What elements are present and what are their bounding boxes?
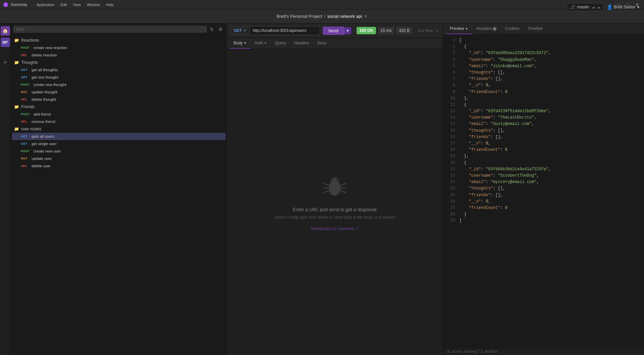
folder-friends[interactable]: 📁Friends: [11, 103, 227, 110]
sort-button[interactable]: ⇅: [208, 26, 215, 33]
home-icon-btn[interactable]: 🏠: [1, 26, 10, 36]
branch-name: master: [577, 5, 589, 9]
route-gets-all-users[interactable]: GETgets all users: [12, 133, 225, 140]
line-number: 28: [447, 211, 455, 218]
menu-bar: Application Edit View Window Help: [34, 2, 116, 7]
route-name: get one thought: [32, 75, 58, 79]
line-number: 2: [447, 44, 455, 50]
menu-edit[interactable]: Edit: [58, 2, 70, 7]
tab-dropdown-icon: ▼: [465, 27, 468, 31]
menu-view[interactable]: View: [70, 2, 84, 7]
method-badge: DEL: [19, 164, 29, 168]
send-dropdown-button[interactable]: ▼: [344, 27, 352, 34]
top-bar: Brett's Personal Project / social networ…: [0, 9, 644, 24]
tab-docs[interactable]: Docs: [313, 38, 330, 49]
folder-icon: 📁: [14, 60, 19, 65]
folder-icon: 📁: [14, 38, 19, 43]
route-name: create new user: [34, 149, 61, 153]
status-badges: 200 OK 15 ms 422 B: [357, 27, 412, 34]
resp-tab-timeline[interactable]: Timeline: [524, 24, 547, 34]
user-avatar-btn[interactable]: BP: [1, 38, 10, 47]
filter-input[interactable]: [13, 26, 207, 33]
cloud-icon-1: ☁: [591, 5, 595, 9]
route-get-all-thoughts[interactable]: GETget all thoughts: [12, 66, 225, 74]
menu-help[interactable]: Help: [103, 2, 116, 7]
method-label: GET: [234, 28, 242, 33]
url-input[interactable]: [250, 26, 320, 35]
folder-user-routes[interactable]: 📁user routes: [11, 125, 227, 133]
json-viewer[interactable]: 1[ 2 { 3 "_id": "63fabd09aea22017d22c837…: [443, 35, 644, 347]
route-delete-user[interactable]: DELdelete user: [12, 162, 225, 170]
folder-thoughts[interactable]: 📁Thoughts: [11, 59, 227, 66]
tab-auth[interactable]: Auth ▼: [251, 38, 271, 49]
send-button[interactable]: Send: [323, 27, 343, 35]
route-name: remove friend: [32, 120, 55, 124]
route-delete-reaction[interactable]: DELdelete reaction: [12, 51, 225, 59]
json-line-9: 9 "friendCount": 0: [447, 89, 640, 95]
svg-point-9: [332, 179, 334, 181]
app-name: Insomnia: [11, 2, 27, 7]
route-update-thought[interactable]: PUTupdate thought: [12, 88, 225, 96]
api-name[interactable]: social network api: [327, 14, 362, 19]
line-number: 10: [447, 95, 455, 102]
insomnia-docs-link[interactable]: Introduction to Insomnia ↗: [311, 226, 359, 231]
user-name: Brett Santor: [614, 5, 635, 9]
json-line-22: 22 "username": "ScoobertTheDog",: [447, 173, 640, 179]
tab-body[interactable]: Body ▼: [229, 38, 251, 49]
external-link-icon: ↗: [355, 226, 359, 231]
folder-reactions[interactable]: 📁Reactions: [11, 37, 227, 44]
tab-label: Headers: [476, 26, 491, 31]
json-line-27: 27 "friendCount": 0: [447, 205, 640, 211]
line-number: 13: [447, 115, 455, 121]
route-update-user[interactable]: PUTupdate user: [12, 155, 225, 162]
status-time-badge: 15 ms: [378, 27, 394, 34]
line-number: 1: [447, 37, 455, 44]
route-name: update user: [32, 157, 52, 161]
api-dropdown-icon[interactable]: ▼: [364, 14, 367, 18]
menu-application[interactable]: Application: [34, 2, 57, 7]
settings-button[interactable]: ⚙: [217, 26, 224, 33]
method-badge: GET: [19, 142, 29, 146]
route-name: delete user: [32, 164, 51, 168]
bug-icon: [321, 173, 348, 200]
json-line-17: 17 "__v": 0,: [447, 140, 640, 147]
json-line-10: 10 },: [447, 95, 640, 102]
resp-tab-headers[interactable]: Headers9: [472, 24, 501, 34]
route-name: add friend: [34, 112, 51, 116]
sidebar-icon-rail: 🏠 BP +: [0, 24, 11, 355]
json-line-20: 20 {: [447, 160, 640, 166]
no-body-title: Enter a URL and send to get a response: [293, 207, 377, 212]
method-badge: PUT: [19, 157, 29, 161]
json-line-12: 12 "_id": "63fd4239f51dde12bd9f2bbe",: [447, 108, 640, 115]
route-delete-thought[interactable]: DELdelete thought: [12, 96, 225, 103]
line-number: 4: [447, 57, 455, 63]
title-bar: Insomnia Application Edit View Window He…: [0, 0, 644, 9]
resp-tab-preview[interactable]: Preview ▼: [446, 24, 472, 34]
json-line-23: 23 "email": "mystery@email.com",: [447, 179, 640, 185]
add-collection-btn[interactable]: +: [1, 58, 10, 67]
user-info[interactable]: 👤 Brett Santor ▼: [607, 0, 640, 14]
route-get-one-thought[interactable]: GETget one thought: [12, 74, 225, 81]
tab-dropdown-icon: ▼: [264, 41, 267, 45]
tab-query[interactable]: Query: [271, 38, 290, 49]
menu-window[interactable]: Window: [84, 2, 103, 7]
method-selector[interactable]: GET ▼: [231, 26, 250, 35]
tab-headers[interactable]: Headers: [290, 38, 313, 49]
line-number: 23: [447, 179, 455, 185]
line-number: 8: [447, 82, 455, 89]
route-remove-friend[interactable]: DELremove friend: [12, 118, 225, 125]
tab-label: Auth: [255, 41, 263, 45]
json-line-7: 7 "friends": [],: [447, 76, 640, 82]
json-line-28: 28 }: [447, 211, 640, 218]
route-create-new-user[interactable]: POSTcreate new user: [12, 147, 225, 155]
timestamp-dropdown[interactable]: ▼: [435, 29, 439, 33]
filter-path-input[interactable]: [447, 350, 640, 354]
route-add-friend[interactable]: POSTadd friend: [12, 110, 225, 118]
resp-tab-cookies[interactable]: Cookies: [501, 24, 523, 34]
branch-info[interactable]: ⎇ master ☁ ☁: [567, 3, 604, 11]
route-create-new-reaction[interactable]: POSTcreate new reaction: [12, 44, 225, 51]
line-number: 29: [447, 218, 455, 224]
route-create-new-thought[interactable]: POSTcreate new thought: [12, 81, 225, 88]
user-dropdown-icon[interactable]: ▼: [637, 5, 640, 9]
route-get-single-user[interactable]: GETget single user: [12, 140, 225, 147]
